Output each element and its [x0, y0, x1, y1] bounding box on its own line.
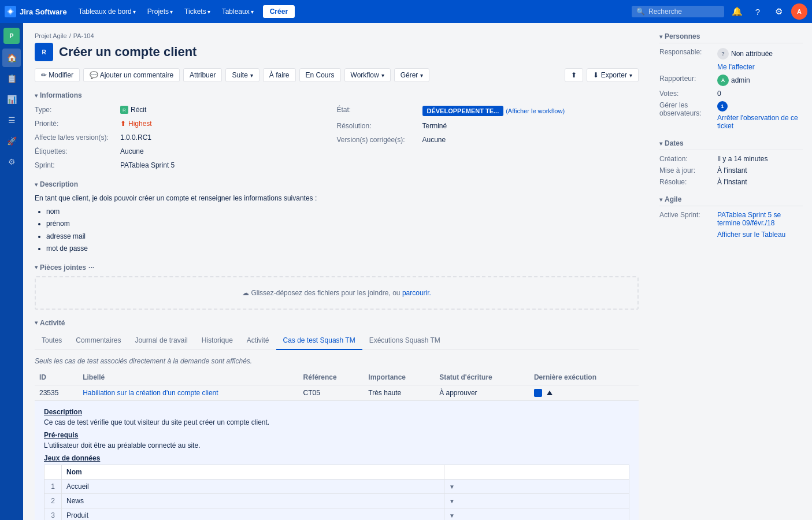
browse-link[interactable]: parcourir.: [402, 289, 431, 297]
affecter-link[interactable]: Me l'affecter: [717, 63, 755, 71]
table-header: ID: [35, 370, 78, 385]
help-icon[interactable]: ?: [750, 3, 766, 20]
chevron-down-icon[interactable]: ▼: [449, 512, 455, 519]
sidebar-icon-board[interactable]: 📋: [2, 69, 21, 88]
versions-label: Version(s) corrigée(s):: [337, 134, 418, 146]
attachment-dropzone[interactable]: ☁ Glissez-déposez des fichiers pour les …: [35, 276, 639, 310]
table-header: Libellé: [78, 370, 298, 385]
observateurs-value: 1 Arrêter l'observation de ce ticket: [717, 101, 803, 130]
chevron-down-icon: ▾: [629, 72, 632, 79]
responsable-label: Responsable:: [659, 48, 717, 60]
expanded-row: DescriptionCe cas de test vérifie que to…: [35, 401, 639, 520]
description-section: Description En tant que client, je dois …: [35, 180, 639, 254]
attribuer-button[interactable]: Attribuer: [183, 68, 222, 82]
data-row-dropdown[interactable]: ▼: [444, 494, 629, 508]
activity-tab[interactable]: Toutes: [35, 332, 69, 350]
rapporteur-value: A admin: [717, 75, 750, 86]
activity-tab[interactable]: Historique: [195, 332, 240, 350]
resolue-row: Résolue: À l'instant: [659, 178, 803, 186]
issue-type-icon: R: [35, 43, 53, 61]
stop-observing-link[interactable]: Arrêter l'observation de ce ticket: [717, 114, 803, 130]
nav-tableaux-bord[interactable]: Tableaux de bord ▾: [74, 5, 140, 18]
attachment-more-icon[interactable]: ···: [88, 263, 94, 272]
nav-projets[interactable]: Projets ▾: [143, 5, 177, 18]
workflow-button[interactable]: Workflow ▾: [344, 68, 391, 82]
search-input[interactable]: 🔍 Recherche: [632, 6, 724, 17]
suite-button[interactable]: Suite ▾: [225, 68, 259, 82]
data-row-num: 2: [45, 494, 62, 508]
toolbar: ✏ Modifier 💬 Ajouter un commentaire Attr…: [35, 68, 639, 82]
expand-prereqs-text: L'utilisateur doit être au préalable con…: [44, 441, 629, 450]
data-row: 1Accueil▼: [45, 480, 629, 494]
test-label-link[interactable]: Habiliation sur la création d'un compte …: [83, 389, 218, 397]
story-icon: R: [120, 106, 128, 114]
modifier-button[interactable]: ✏ Modifier: [35, 68, 80, 82]
activity-tab[interactable]: Activité: [240, 332, 276, 350]
en-cours-button[interactable]: En Cours: [299, 68, 341, 82]
data-row-dropdown[interactable]: ▼: [444, 508, 629, 520]
sidebar-icon-settings[interactable]: ⚙: [2, 153, 21, 171]
test-label[interactable]: Habiliation sur la création d'un compte …: [78, 385, 298, 401]
expand-data-title: Jeux de données: [44, 454, 629, 462]
notifications-icon[interactable]: 🔔: [729, 3, 745, 20]
active-sprint-row: Active Sprint: PATablea Sprint 5 se term…: [659, 211, 803, 227]
exporter-button[interactable]: ⬇ Exporter ▾: [587, 68, 639, 82]
status-badge[interactable]: DÉVELOPPEMENT TE...: [422, 106, 504, 116]
table-row[interactable]: 23535Habiliation sur la création d'un co…: [35, 385, 639, 401]
expand-description-text: Ce cas de test vérifie que tout visiteur…: [44, 418, 629, 426]
settings-icon[interactable]: ⚙: [770, 3, 787, 20]
sprint-value: PATablea Sprint 5 se termine 09/févr./18: [717, 211, 803, 227]
sidebar-icon-backlog[interactable]: ☰: [2, 111, 21, 129]
activity-note: Seuls les cas de test associés directeme…: [35, 357, 639, 365]
data-row: 2News▼: [45, 494, 629, 508]
gerer-button[interactable]: Gérer ▾: [394, 68, 430, 82]
data-row-dropdown[interactable]: ▼: [444, 480, 629, 494]
sprint-link[interactable]: PATablea Sprint 5 se termine 09/févr./18: [717, 211, 803, 227]
ajouter-commentaire-button[interactable]: 💬 Ajouter un commentaire: [83, 68, 180, 82]
sidebar-icon-home[interactable]: 🏠: [2, 49, 21, 67]
affecte-value: 1.0.0.RC1: [120, 132, 337, 143]
informations-title[interactable]: Informations: [35, 91, 639, 99]
search-icon: 🔍: [636, 8, 645, 16]
maj-value: À l'instant: [717, 166, 747, 174]
chevron-down-icon[interactable]: ▼: [449, 484, 455, 490]
dates-title[interactable]: Dates: [659, 139, 803, 150]
breadcrumb-project[interactable]: Projet Agile: [35, 32, 67, 39]
top-navigation: Jira Software Tableaux de bord ▾ Projets…: [0, 0, 812, 23]
sidebar-project-icon[interactable]: P: [3, 28, 20, 44]
jira-brand[interactable]: Jira Software: [5, 6, 67, 17]
activity-tab[interactable]: Commentaires: [69, 332, 128, 350]
chevron-down-icon[interactable]: ▼: [449, 498, 455, 504]
nav-tickets[interactable]: Tickets ▾: [180, 5, 215, 18]
user-avatar[interactable]: A: [791, 3, 807, 20]
expanded-content: DescriptionCe cas de test vérifie que to…: [35, 401, 639, 520]
description-content: En tant que client, je dois pouvoir crée…: [35, 193, 639, 254]
breadcrumb-issue-id[interactable]: PA-104: [73, 32, 94, 39]
resolution-label: Résolution:: [337, 120, 418, 132]
activity-title[interactable]: Activité: [35, 319, 639, 327]
workflow-link[interactable]: (Afficher le workflow): [506, 107, 565, 114]
sidebar-icon-releases[interactable]: 🚀: [2, 132, 21, 150]
page-title: Créer un compte client: [59, 44, 196, 60]
nav-tableaux[interactable]: Tableaux ▾: [217, 5, 258, 18]
data-table: Nom1Accueil▼2News▼3Produit▼: [44, 465, 629, 520]
agile-title[interactable]: Agile: [659, 195, 803, 206]
sidebar-icon-reports[interactable]: 📊: [2, 90, 21, 109]
observateurs-row: Gérer les observateurs: 1 Arrêter l'obse…: [659, 101, 803, 130]
create-button[interactable]: Créer: [263, 5, 295, 18]
activity-tab[interactable]: Exécutions Squash TM: [362, 332, 447, 350]
personnes-title[interactable]: Personnes: [659, 32, 803, 43]
activity-tab[interactable]: Cas de test Squash TM: [276, 332, 362, 350]
activity-tab[interactable]: Journal de travail: [128, 332, 194, 350]
type-label: Type:: [35, 104, 116, 116]
description-title[interactable]: Description: [35, 180, 639, 188]
afficher-tableau-link[interactable]: Afficher sur le Tableau: [717, 231, 785, 239]
share-button[interactable]: ⬆: [565, 68, 583, 82]
expand-arrow-icon[interactable]: [547, 391, 553, 395]
expand-prereqs-title: Pré-requis: [44, 431, 629, 439]
data-row-name: Produit: [62, 508, 444, 520]
a-faire-button[interactable]: À faire: [263, 68, 296, 82]
affecte-label: Affecte la/les version(s):: [35, 132, 116, 143]
attachments-title[interactable]: Pièces jointes ···: [35, 263, 639, 272]
activity-tabs: ToutesCommentairesJournal de travailHist…: [35, 332, 639, 350]
